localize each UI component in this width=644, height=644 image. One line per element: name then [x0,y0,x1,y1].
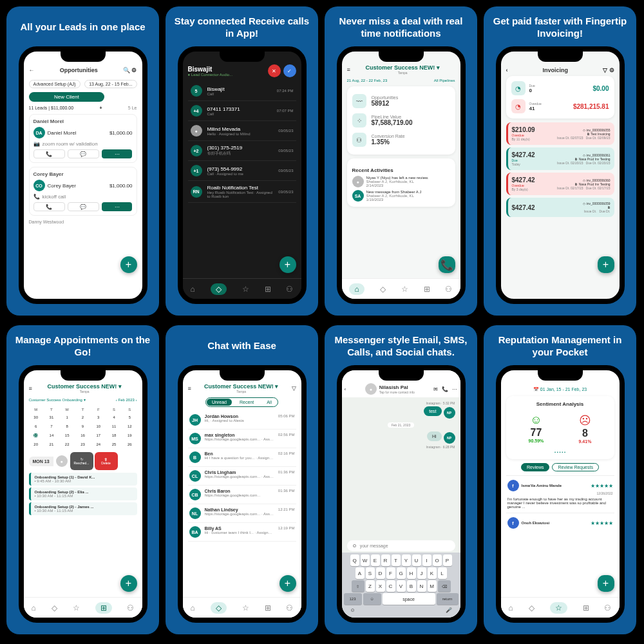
nav-profile-icon[interactable]: ⚇ [286,285,293,294]
key-u[interactable]: U [412,554,421,566]
key-123[interactable]: 123 [344,593,362,605]
date-filter[interactable]: 21 Aug, 22 - 22 Feb, 23 [347,79,388,82]
nav-profile-icon[interactable]: ⚇ [445,285,452,294]
nav-star-icon[interactable]: ☆ [401,285,408,294]
calendar-date[interactable]: 1 [60,413,74,421]
fab-add[interactable]: + [279,256,296,273]
calendar-date[interactable]: 7 [44,422,59,430]
pipeline-filter[interactable]: All Pipelines [434,79,455,82]
accept-button[interactable]: ✓ [283,64,296,77]
nav-chat-icon[interactable]: ◇ [211,283,227,295]
nav-star-icon[interactable]: ☆ [242,285,249,294]
calendar-date[interactable]: 30 [29,413,43,421]
nav-home-icon[interactable]: ⌂ [190,285,194,294]
tab-recent[interactable]: Recent [234,399,259,406]
key-x[interactable]: X [376,580,385,592]
chat-button[interactable]: 💬 [68,202,99,211]
nav-star-icon[interactable]: ☆ [242,603,249,612]
fab-add[interactable]: + [279,575,296,592]
calendar-date[interactable]: 14 [44,431,59,439]
nav-calendar-icon[interactable]: ⊞ [265,285,271,294]
calendar-date[interactable]: 3 [91,413,106,421]
nav-home-icon[interactable]: ⌂ [349,283,364,295]
key-w[interactable]: W [361,554,370,566]
lead-card[interactable]: Corey Bayer COCorey Bayer$1,000.00 📞kick… [29,167,137,216]
calendar-date[interactable]: 12 [122,422,137,430]
calendar-date[interactable]: 2 [75,413,90,421]
back-icon[interactable]: ‹ [506,67,508,73]
back-icon[interactable]: ← [29,67,35,73]
more-button[interactable]: ⋯ [102,202,132,211]
chat-item[interactable]: BABilly ASHi · customer team I think I..… [188,523,296,542]
fab-add[interactable]: + [120,256,137,273]
calendar-date[interactable]: 9 [75,422,90,430]
nav-chat-icon[interactable]: ◇ [529,603,535,612]
keyboard-mic-icon[interactable]: 🎤 [446,607,452,613]
call-item[interactable]: +407411 173371Call07:07 PM [188,101,296,121]
key-r[interactable]: R [381,554,390,566]
keyboard[interactable]: QWERTYUIOP ASDFGHJKL ⇧ZXCVBNM⌫ 123 ☺ spa… [342,553,460,618]
nav-chat-icon[interactable]: ◇ [211,602,227,614]
call-item[interactable]: RNRoaib Notification TestHey Roaib Notif… [188,181,296,203]
key-return[interactable]: return [437,593,459,605]
chat-item[interactable]: JHJordan HowsonHi, · Assigned to Alesia0… [188,411,296,430]
key-l[interactable]: L [438,567,447,579]
more-button[interactable]: ⋯ [102,149,132,158]
key-space[interactable]: space [383,593,435,605]
tab-unread[interactable]: Unread [207,399,232,406]
menu-icon[interactable]: ≡ [188,385,191,392]
tab-new-client[interactable]: New Client [29,92,105,102]
menu-icon[interactable]: ≡ [29,385,32,392]
key-m[interactable]: M [428,580,437,592]
calendar-date[interactable]: 11 [107,422,121,430]
chat-item[interactable]: MSmax singletonhttps://storage.googleapi… [188,430,296,448]
key-d[interactable]: D [376,567,385,579]
back-icon[interactable]: ‹ [345,386,346,392]
key-c[interactable]: C [386,580,395,592]
reschedule-button[interactable]: ↻Resched... [70,452,93,470]
call-button[interactable]: 📞 [33,202,65,211]
calendar-date[interactable]: 4 [107,413,121,421]
call-item[interactable]: ●Milind MevadaHello · Assigned to Milind… [188,121,296,141]
tab-review-requests[interactable]: Review Requests [552,463,598,471]
review-item[interactable]: fOnoh Ekwutosi★★★★★ [506,513,614,533]
key-h[interactable]: H [407,567,416,579]
key-p[interactable]: P [443,554,452,566]
chat-item[interactable]: CBChris Baronhttps://storage.googleapis.… [188,486,296,504]
calendar-date[interactable]: 18 [107,431,121,439]
key-t[interactable]: T [392,554,401,566]
invoice-card[interactable]: $427.42OverdueBy 3 day(s)◇ inv_000000606… [506,173,614,195]
calendar-date[interactable]: 21 [44,440,59,448]
call-item[interactable]: +1(973) 554-9992Call · Assigned to me03/… [188,161,296,181]
nav-home-icon[interactable]: ⌂ [508,603,513,612]
settings-icon[interactable]: ⚙ [609,67,614,73]
key-v[interactable]: V [397,580,406,592]
call-item[interactable]: 5BiswajitCall07:24 PM [188,81,296,101]
calendar-date[interactable]: 26 [122,440,137,448]
filter-account[interactable]: Advanced Setup (AJ) [29,80,80,88]
filter-icon[interactable]: ▽ [292,385,296,392]
nav-calendar-icon[interactable]: ⊞ [424,285,430,294]
calendar-filter[interactable]: Customer Success Onboarding ▾ [29,397,86,402]
nav-star-icon[interactable]: ☆ [550,602,567,614]
key-⌫[interactable]: ⌫ [438,580,451,592]
fab-add[interactable]: + [598,256,614,273]
nav-calendar-icon[interactable]: ⊞ [583,603,589,612]
nav-profile-icon[interactable]: ⚇ [286,603,293,612]
nav-profile-icon[interactable]: ⚇ [127,603,134,612]
key-j[interactable]: J [417,567,426,579]
nav-chat-icon[interactable]: ◇ [52,603,57,612]
add-lead-button[interactable]: + [99,106,102,110]
invoice-card[interactable]: $210.09OverdueBy 11 day(s)◇ inv_00000060… [506,122,614,145]
filter-icon[interactable]: ▽ [603,67,607,73]
call-item[interactable]: +2(301) 375-2519你好手机在吗03/05/23 [188,141,296,161]
appointment-item[interactable]: Onboarding Setup (2) - James ...• 10:30 … [29,502,137,515]
key-y[interactable]: Y [402,554,411,566]
chat-item[interactable]: CLChris Linghamhttps://storage.googleapi… [188,467,296,486]
calendar-date[interactable]: 17 [91,431,106,439]
fab-add[interactable]: + [598,575,614,592]
menu-icon[interactable]: ≡ [347,66,350,73]
key-f[interactable]: F [386,567,395,579]
tab-all[interactable]: All [261,399,277,406]
calendar-date[interactable]: 31 [44,413,59,421]
